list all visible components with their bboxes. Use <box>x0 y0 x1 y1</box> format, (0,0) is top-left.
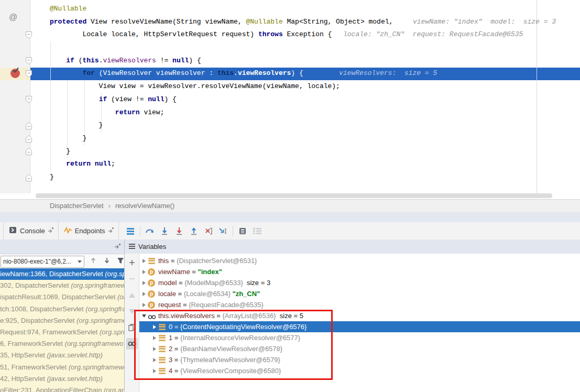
stack-frame-row[interactable]: oFilter:231, ApplicationFilterChain (org… <box>0 385 124 392</box>
code-token: if <box>99 95 107 103</box>
variable-row[interactable]: plocale = {Locale@6534} "zh_CN" <box>139 288 580 299</box>
variable-row[interactable]: this.viewResolvers = {ArrayList@6536} si… <box>139 310 580 321</box>
step-over-icon[interactable] <box>143 224 157 238</box>
code-line-execution[interactable]: for (ViewResolver viewResolver : this.vi… <box>30 67 580 80</box>
chevron-collapsed-icon[interactable] <box>151 336 158 340</box>
frame-location: 42, HttpServlet <box>0 375 47 383</box>
code-line[interactable]: protected View resolveViewName(String vi… <box>30 16 580 29</box>
show-watches-button[interactable] <box>126 338 138 350</box>
variable-string-value: "index" <box>198 266 222 277</box>
stack-frame-row[interactable]: 6, FrameworkServlet (org.springframewo <box>0 338 124 350</box>
fold-end-icon[interactable] <box>25 135 32 145</box>
chevron-collapsed-icon[interactable] <box>140 281 148 285</box>
debugger-inline-hint: locale: "zh_CN" request: RequestFacade@6… <box>343 28 523 41</box>
evaluate-expression-icon[interactable] <box>235 224 250 238</box>
stack-frame-row[interactable]: 51, FrameworkServlet (org.springframewo <box>0 362 124 373</box>
code-line[interactable]: View view = viewResolver.resolveViewName… <box>30 80 580 93</box>
variable-row[interactable]: 3 = {ThymeleafViewResolver@6579} <box>139 354 580 365</box>
code-line[interactable]: if (this.viewResolvers != null) { <box>30 55 580 68</box>
chevron-collapsed-icon[interactable] <box>151 325 158 329</box>
breakpoint-icon[interactable] <box>10 69 20 78</box>
hide-panel-icon[interactable] <box>114 243 121 251</box>
stack-frame-row[interactable]: tch:1008, DispatcherServlet (org.springf… <box>0 303 124 315</box>
tab-console[interactable]: Console <box>3 222 59 239</box>
force-step-into-icon[interactable] <box>172 224 187 238</box>
tab-dock-icon[interactable] <box>48 227 54 235</box>
variable-row[interactable]: 2 = {BeanNameViewResolver@6578} <box>139 343 580 354</box>
breadcrumb-class[interactable]: DispatcherServlet <box>50 202 104 210</box>
filter-icon[interactable] <box>117 257 124 266</box>
code-line[interactable]: } <box>30 119 580 132</box>
code-lines[interactable]: @Nullableprotected View resolveViewName(… <box>30 0 580 184</box>
move-down-button[interactable] <box>126 306 138 317</box>
equals-sign: = <box>172 365 180 376</box>
stack-frame-row[interactable]: 42, HttpServlet (javax.servlet.http) <box>0 373 124 385</box>
chevron-collapsed-icon[interactable] <box>151 369 158 373</box>
chevron-collapsed-icon[interactable] <box>151 347 158 351</box>
thread-selector-row: nio-8080-exec-1"@6,2... <box>0 254 124 269</box>
stack-frame-row[interactable]: 302, DispatcherServlet (org.springframew <box>0 280 124 291</box>
horizontal-scrollbar[interactable] <box>36 193 552 198</box>
variables-panel-header: Variables <box>125 239 580 254</box>
step-into-icon[interactable] <box>157 224 172 238</box>
fold-end-icon[interactable] <box>25 122 32 132</box>
code-token: for <box>82 69 94 77</box>
stack-frame-row[interactable]: iewName:1366, DispatcherServlet (org.sp <box>0 268 124 280</box>
fold-start-icon[interactable] <box>25 57 32 67</box>
code-line[interactable]: return view; <box>30 106 580 119</box>
variable-row[interactable]: pmodel = {ModelMap@6533} size = 3 <box>139 277 580 288</box>
stack-frame-row[interactable]: e:925, DispatcherServlet (org.springfram… <box>0 315 124 326</box>
add-watch-button[interactable] <box>126 257 138 268</box>
chevron-expanded-icon[interactable] <box>140 314 148 318</box>
variable-row[interactable]: 4 = {ViewResolverComposite@6580} <box>139 365 580 376</box>
stack-frame-row[interactable]: 35, HttpServlet (javax.servlet.http) <box>0 350 124 361</box>
variable-row[interactable]: 1 = {InternalResourceViewResolver@6577} <box>139 332 580 343</box>
variable-row[interactable]: 0 = {ContentNegotiatingViewResolver@6576… <box>139 321 580 332</box>
code-token: throws <box>258 30 283 38</box>
fold-start-icon[interactable] <box>25 70 32 80</box>
fold-end-icon[interactable] <box>25 147 32 158</box>
step-out-icon[interactable] <box>187 224 201 238</box>
code-token: @Nullable <box>50 5 86 13</box>
variable-row[interactable]: prequest = {RequestFacade@6535} <box>139 299 580 310</box>
code-line[interactable]: } <box>30 145 580 158</box>
run-to-cursor-icon[interactable] <box>216 224 231 238</box>
remove-watch-button[interactable] <box>126 273 138 285</box>
breadcrumb-method[interactable]: resolveViewName() <box>115 202 174 210</box>
variables-menu-icon[interactable] <box>129 243 135 251</box>
tab-endpoints[interactable]: Endpoints <box>59 222 119 239</box>
move-up-button[interactable] <box>126 289 138 301</box>
variable-row[interactable]: this = {DispatcherServlet@6531} <box>139 255 580 266</box>
chevron-collapsed-icon[interactable] <box>140 270 148 274</box>
chevron-collapsed-icon[interactable] <box>140 303 148 307</box>
frame-down-icon[interactable] <box>103 257 111 266</box>
code-line[interactable]: return null; <box>30 158 580 171</box>
chevron-collapsed-icon[interactable] <box>140 259 148 263</box>
code-line[interactable]: @Nullable <box>30 3 580 16</box>
layout-menu-icon[interactable] <box>123 224 138 238</box>
code-line[interactable] <box>30 41 580 55</box>
fold-start-icon[interactable] <box>25 31 32 41</box>
tab-dock-icon[interactable] <box>108 227 114 235</box>
stack-frame-row[interactable]: Request:974, FrameworkServlet (org.sprin <box>0 326 124 338</box>
variable-row[interactable]: pviewName = "index" <box>139 266 580 277</box>
frame-up-icon[interactable] <box>90 257 97 266</box>
drop-frame-icon[interactable] <box>201 224 216 238</box>
equals-sign: = <box>177 277 184 288</box>
chevron-collapsed-icon[interactable] <box>151 358 158 362</box>
code-line[interactable]: Locale locale, HttpServletRequest reques… <box>30 28 580 41</box>
frame-location: e:925, DispatcherServlet <box>0 317 76 324</box>
chevron-collapsed-icon[interactable] <box>140 292 148 296</box>
code-line[interactable]: } <box>30 171 580 184</box>
equals-sign: = <box>215 310 223 321</box>
thread-selector[interactable]: nio-8080-exec-1"@6,2... <box>1 256 84 268</box>
code-editor[interactable]: @ @Nullableprotected View resolveViewNam… <box>0 0 580 199</box>
fold-end-icon[interactable] <box>25 173 32 184</box>
duplicate-watch-button[interactable] <box>126 322 138 333</box>
trace-icon[interactable] <box>250 224 265 238</box>
fold-start-icon[interactable] <box>25 95 32 106</box>
frame-location: oFilter:231, ApplicationFilterChain <box>0 386 104 392</box>
code-line[interactable]: } <box>30 132 580 145</box>
code-line[interactable]: if (view != null) { <box>30 93 580 106</box>
stack-frame-row[interactable]: ispatchResult:1069, DispatcherServlet (o… <box>0 291 124 303</box>
